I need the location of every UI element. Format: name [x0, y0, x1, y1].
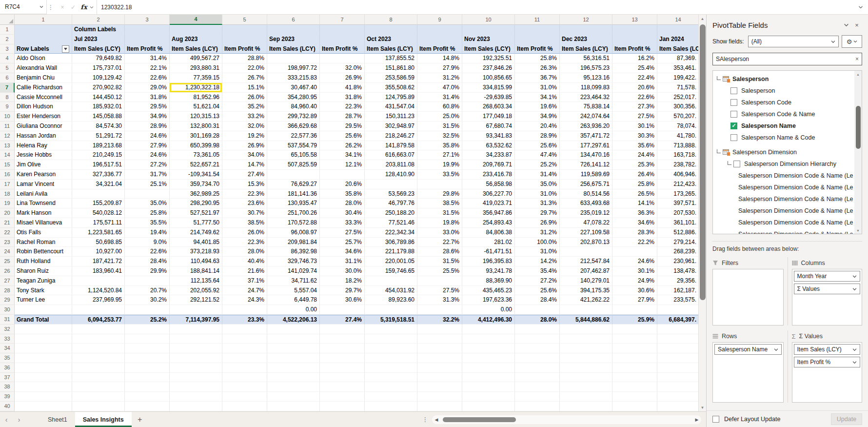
highlighted-cell[interactable]: 1,230,322.18 — [170, 83, 222, 93]
cell[interactable]: 507,825.59 — [267, 160, 320, 170]
cell[interactable]: 357,471.72 — [560, 131, 612, 141]
checkbox[interactable] — [730, 99, 737, 106]
scroll-up-icon[interactable]: ▲ — [699, 15, 707, 22]
cell[interactable] — [560, 402, 612, 411]
cell[interactable] — [612, 334, 657, 344]
row-label-cell[interactable]: Otis Falls — [15, 228, 72, 238]
cell[interactable]: 298,290.95 — [170, 199, 222, 208]
cell[interactable]: 145,058.88 — [72, 112, 125, 122]
cell[interactable]: 20.7% — [125, 286, 170, 296]
column-header-3[interactable]: 3 — [125, 15, 170, 25]
cell[interactable] — [462, 373, 515, 383]
cell[interactable] — [72, 305, 125, 315]
cell[interactable]: 130,935.47 — [267, 199, 320, 208]
value-column-header[interactable]: Item Profit % — [222, 44, 267, 54]
columns-box[interactable]: Month YearΣ Values — [792, 269, 863, 325]
cell[interactable]: 726,141.12 — [560, 160, 612, 170]
cell[interactable]: 19.9% — [417, 160, 462, 170]
cell[interactable]: 29.5% — [125, 102, 170, 112]
cell[interactable]: 35.8% — [320, 189, 365, 199]
field-item[interactable]: Salesperson Code — [716, 97, 853, 108]
cell[interactable] — [365, 382, 417, 392]
cell[interactable] — [72, 344, 125, 353]
field-pill[interactable]: Item Profit % — [794, 357, 861, 367]
cell[interactable]: 306,789.86 — [365, 238, 417, 247]
cell[interactable]: 616,663.07 — [365, 150, 417, 160]
cell[interactable] — [515, 353, 560, 363]
cell[interactable]: 170,572.88 — [267, 218, 320, 228]
cell[interactable]: 223,464.32 — [560, 93, 612, 102]
cell[interactable]: 302,948.97 — [365, 122, 417, 131]
column-header-8[interactable]: 8 — [365, 15, 417, 25]
row-header-22[interactable]: 22 — [0, 228, 15, 238]
cell[interactable]: 51,291.72 — [72, 131, 125, 141]
cell[interactable] — [657, 353, 698, 363]
cell[interactable]: 192,325.51 — [462, 54, 515, 63]
grand-total-cell[interactable]: 28.0% — [515, 315, 560, 325]
cell[interactable]: 84,574.30 — [72, 122, 125, 131]
insert-function-icon[interactable]: fx — [79, 2, 89, 12]
add-sheet-icon[interactable]: + — [132, 415, 148, 424]
row-label-cell[interactable]: Jessie Hobbs — [15, 150, 72, 160]
row-header-39[interactable]: 39 — [0, 392, 15, 402]
row-label-cell[interactable]: Alexandria Wall — [15, 63, 72, 73]
cell[interactable]: 34,233.87 — [462, 150, 515, 160]
cell[interactable] — [320, 344, 365, 353]
cell[interactable]: 20.4% — [515, 122, 560, 131]
cell[interactable]: 31.0% — [515, 83, 560, 93]
cell[interactable] — [170, 25, 222, 35]
cell[interactable] — [560, 382, 612, 392]
cell[interactable]: 268,603.34 — [462, 102, 515, 112]
cell[interactable]: 53,569.23 — [365, 189, 417, 199]
cell[interactable]: 100,856.65 — [462, 73, 515, 83]
cell[interactable]: 31.4% — [515, 170, 560, 180]
field-level-item[interactable]: Salesperson Dimension Code & Name (Level… — [716, 217, 853, 228]
cell[interactable] — [267, 25, 320, 35]
cell[interactable]: 79,649.82 — [72, 54, 125, 63]
month-header[interactable]: Jan 2024 — [657, 35, 698, 44]
cell[interactable]: 28.8% — [222, 54, 267, 63]
cell[interactable] — [222, 363, 267, 373]
cell[interactable] — [462, 363, 515, 373]
cell[interactable] — [320, 382, 365, 392]
row-header-30[interactable]: 30 — [0, 305, 15, 315]
cell[interactable] — [657, 334, 698, 344]
cell[interactable]: 16.2% — [612, 54, 657, 63]
defer-layout-checkbox[interactable] — [712, 416, 719, 423]
checkbox[interactable] — [733, 161, 740, 167]
cell[interactable] — [170, 353, 222, 363]
cell[interactable]: 5,557.04 — [267, 286, 320, 296]
cell[interactable]: 173,265. — [657, 189, 698, 199]
cell[interactable] — [170, 344, 222, 353]
formula-input[interactable]: 1230322.18 — [97, 0, 853, 14]
cell[interactable]: 28.0% — [320, 199, 365, 208]
cell[interactable]: 29,356. — [657, 276, 698, 286]
cell[interactable]: 93,241.78 — [462, 266, 515, 276]
field-level-item[interactable]: Salesperson Dimension Code & Name (Level… — [716, 182, 853, 193]
cell[interactable] — [267, 344, 320, 353]
cell[interactable]: 650,399.98 — [170, 141, 222, 151]
column-header-13[interactable]: 13 — [612, 15, 657, 25]
cell[interactable]: 22.6% — [125, 247, 170, 257]
checkbox[interactable] — [730, 134, 737, 141]
row-label-cell[interactable]: Giuliana Oconnor — [15, 122, 72, 131]
cell[interactable]: 394,175.35 — [560, 286, 612, 296]
cell[interactable]: 30.0% — [320, 266, 365, 276]
tab-sales-insights[interactable]: Sales Insights — [75, 412, 132, 427]
cell[interactable]: 207,462.87 — [560, 266, 612, 276]
cell[interactable]: 252,017. — [657, 93, 698, 102]
cell[interactable] — [320, 35, 365, 44]
cell[interactable] — [125, 325, 170, 334]
cell[interactable] — [320, 170, 365, 180]
cell[interactable]: 110,494.63 — [170, 257, 222, 266]
field-pill[interactable]: Salesperson Name — [714, 344, 782, 355]
cell[interactable] — [15, 392, 72, 402]
cell[interactable]: 19.4% — [125, 228, 170, 238]
value-column-header[interactable]: Item Sales (LCY) — [365, 44, 417, 54]
cell[interactable]: 29.7% — [515, 208, 560, 218]
column-header-14[interactable]: 14 — [657, 15, 699, 25]
cell[interactable]: 36.3% — [612, 208, 657, 218]
cell[interactable] — [560, 353, 612, 363]
cell[interactable]: 199,422. — [657, 73, 698, 83]
cell[interactable] — [612, 305, 657, 315]
